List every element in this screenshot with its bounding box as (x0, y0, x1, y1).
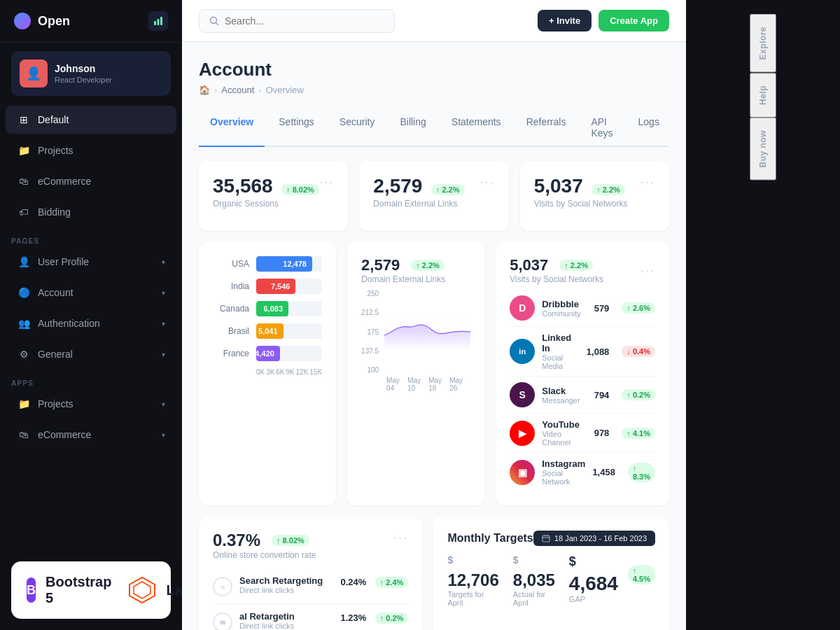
stats-row: 35,568 ↑ 8.02% Organic Sessions ··· 2,57… (199, 161, 669, 231)
line-chart-area: 250 212.5 175 137.5 100 (361, 290, 470, 374)
bar-track-france: 4,420 (256, 346, 322, 361)
user-name: Johnson (55, 63, 112, 74)
chevron-down-icon: ▾ (162, 320, 165, 328)
sidebar-item-general[interactable]: ⚙ General ▾ (6, 340, 176, 368)
help-button[interactable]: Help (750, 73, 776, 118)
explore-button[interactable]: Explore (750, 14, 776, 73)
youtube-type: Video Channel (542, 430, 587, 447)
social-stat-value: 5,037 (510, 256, 548, 274)
date-badge: 18 Jan 2023 - 16 Feb 2023 (533, 531, 655, 546)
slack-badge: ↑ 0.2% (622, 389, 655, 400)
home-icon[interactable]: 🏠 (199, 85, 210, 95)
sidebar-item-account[interactable]: 🔵 Account ▾ (6, 279, 176, 307)
bar-track-usa: 12,478 (256, 256, 322, 272)
tab-overview[interactable]: Overview (199, 109, 265, 147)
topbar-right: + Invite Create App (538, 10, 669, 31)
tab-statements[interactable]: Statements (440, 109, 512, 147)
create-app-button[interactable]: Create App (598, 10, 669, 31)
bootstrap-icon: B (27, 578, 36, 603)
sidebar: Open 👤 Johnson React Developer ⊞ Default… (0, 0, 182, 630)
sidebar-item-default[interactable]: ⊞ Default (6, 106, 176, 134)
stat-label-social: Visits by Social Networks (534, 199, 628, 209)
stat-badge-links: ↑ 2.2% (431, 184, 465, 195)
sidebar-item-projects[interactable]: 📁 Projects (6, 136, 176, 164)
invite-button[interactable]: + Invite (538, 10, 592, 31)
breadcrumb-account[interactable]: Account (221, 85, 254, 95)
monthly-amounts: $ 12,706 Targets for April $ 8,035 Actua… (447, 554, 655, 607)
tab-settings[interactable]: Settings (267, 109, 326, 147)
page-title: Account (199, 59, 669, 80)
conversion-menu[interactable]: ··· (393, 531, 408, 545)
buy-now-button[interactable]: Buy now (750, 118, 776, 181)
tab-security[interactable]: Security (328, 109, 386, 147)
stat-menu-social[interactable]: ··· (640, 175, 655, 190)
calendar-icon (542, 534, 550, 542)
targets-label: Targets for April (447, 590, 498, 607)
targets-value: 12,706 (447, 570, 498, 589)
stat-menu-links[interactable]: ··· (480, 175, 495, 190)
sidebar-item-label: User Profile (38, 256, 155, 267)
tab-billing[interactable]: Billing (388, 109, 437, 147)
svg-line-6 (216, 22, 219, 25)
stat-label-sessions: Organic Sessions (213, 199, 319, 209)
stat-card-sessions: 35,568 ↑ 8.02% Organic Sessions ··· (199, 161, 348, 231)
linkedin-badge: ↓ 0.4% (622, 346, 655, 357)
stat-card-links: 2,579 ↑ 2.2% Domain External Links ··· (359, 161, 508, 231)
stat-label-links: Domain External Links (373, 199, 464, 209)
bar-fill-usa: 12,478 (256, 256, 312, 272)
social-stat-menu[interactable]: ··· (640, 263, 655, 278)
monthly-card: Monthly Targets 18 Jan 2023 - 16 Feb 202… (433, 517, 669, 630)
bar-label-usa: USA (213, 259, 249, 269)
conversion-rate: 0.37% (213, 531, 260, 550)
user-role: React Developer (55, 76, 112, 84)
retarget-name-search: Search Retargeting (239, 575, 333, 586)
bar-axis: 0K 3K 6K 9K 12K 15K (213, 368, 322, 376)
svg-rect-12 (542, 536, 550, 542)
stat-menu-sessions[interactable]: ··· (319, 175, 334, 190)
sidebar-item-label: eCommerce (38, 429, 155, 440)
sidebar-item-ecommerce[interactable]: 🛍 eCommerce (6, 167, 176, 195)
bar-row-france: France 4,420 (213, 346, 322, 361)
sidebar-item-user-profile[interactable]: 👤 User Profile ▾ (6, 248, 176, 276)
social-stat-label: Visits by Social Networks (510, 274, 603, 284)
linkedin-name: Linked In (542, 332, 580, 354)
sidebar-header: Open (0, 0, 182, 43)
main-content: + Invite Create App Account 🏠 › Account … (182, 0, 686, 630)
gap-label: GAP (569, 595, 655, 603)
retarget-rate-al: 1.23% (340, 612, 366, 623)
actual-value: 8,035 (513, 570, 555, 589)
search-input[interactable] (225, 15, 365, 27)
bar-fill-india: 7,546 (256, 279, 295, 294)
sidebar-item-authentication[interactable]: 👥 Authentication ▾ (6, 309, 176, 337)
dribbble-name: Dribbble (542, 299, 587, 309)
topbar: + Invite Create App (182, 0, 686, 42)
bar-chart-card: USA 12,478 India 7,546 Canada 6,083 (199, 242, 336, 505)
retarget-sub-al: Direct link clicks (239, 622, 333, 630)
retarget-icon-search: ○ (213, 577, 232, 596)
linkedin-count: 1,088 (587, 346, 610, 357)
instagram-badge: ↑ 8.3% (628, 463, 655, 482)
laravel-icon (128, 576, 156, 604)
svg-rect-1 (158, 19, 160, 25)
social-row-linkedin: in Linked In Social Media 1,088 ↓ 0.4% (510, 327, 655, 377)
chevron-down-icon: ▾ (162, 351, 165, 358)
sidebar-item-label: Account (38, 287, 155, 298)
grid-icon: ⊞ (17, 113, 31, 127)
chart-icon[interactable] (148, 11, 168, 31)
bottom-row: 0.37% ↑ 8.02% Online store convertion ra… (199, 517, 669, 630)
right-panel: Explore Help Buy now (686, 0, 840, 630)
search-box[interactable] (199, 9, 395, 33)
sidebar-item-app-ecommerce[interactable]: 🛍 eCommerce ▾ (6, 421, 176, 449)
bar-track-brasil: 5,041 (256, 323, 322, 339)
bar-row-canada: Canada 6,083 (213, 301, 322, 316)
tab-logs[interactable]: Logs (627, 109, 671, 147)
sidebar-item-bidding[interactable]: 🏷 Bidding (6, 198, 176, 226)
page-header: Account 🏠 › Account › Overview (199, 59, 669, 95)
content-area: Account 🏠 › Account › Overview Overview … (182, 42, 686, 630)
user-card[interactable]: 👤 Johnson React Developer (11, 51, 171, 96)
bar-row-usa: USA 12,478 (213, 256, 322, 272)
social-row-instagram: ▣ Instagram Social Network 1,458 ↑ 8.3% (510, 453, 655, 491)
tab-referrals[interactable]: Referrals (515, 109, 578, 147)
sidebar-item-app-projects[interactable]: 📁 Projects ▾ (6, 390, 176, 418)
tab-api-keys[interactable]: API Keys (580, 109, 624, 147)
